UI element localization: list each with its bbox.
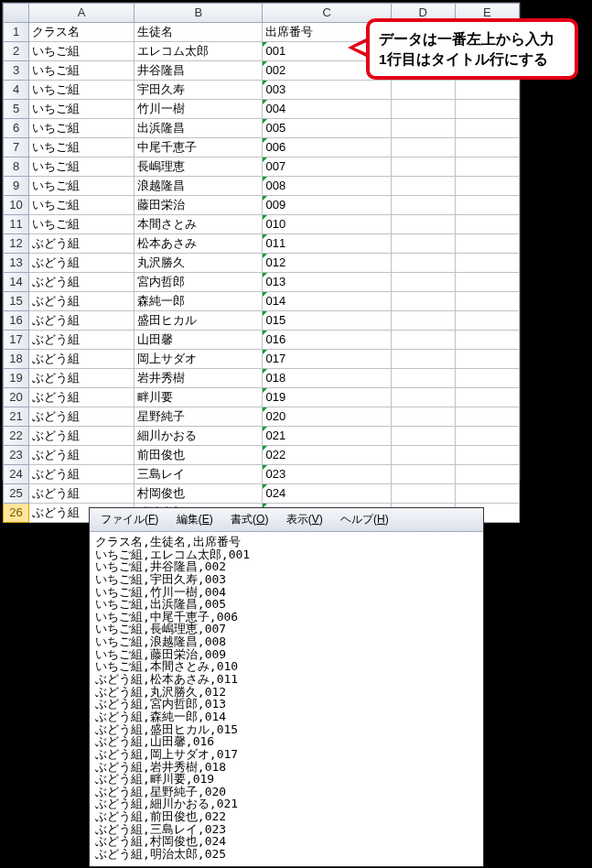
cell[interactable]: ぶどう組 xyxy=(29,273,135,292)
cell[interactable]: 丸沢勝久 xyxy=(135,254,263,273)
cell[interactable] xyxy=(391,388,455,407)
cell[interactable] xyxy=(455,484,519,504)
cell[interactable] xyxy=(455,369,519,388)
row-header[interactable]: 23 xyxy=(4,446,29,465)
cell[interactable]: 008 xyxy=(263,177,391,196)
row-header[interactable]: 3 xyxy=(4,61,29,81)
cell[interactable] xyxy=(391,81,455,100)
col-header-B[interactable]: B xyxy=(135,4,263,23)
spreadsheet[interactable]: A B C D E 1クラス名生徒名出席番号2いちご組エレコム太郎0013いちご… xyxy=(3,3,520,523)
cell[interactable]: 023 xyxy=(263,465,391,484)
cell[interactable] xyxy=(391,369,455,388)
cell[interactable] xyxy=(455,234,519,254)
cell[interactable] xyxy=(455,273,519,292)
cell[interactable] xyxy=(391,100,455,119)
cell[interactable]: エレコム太郎 xyxy=(135,42,263,61)
cell[interactable]: ぶどう組 xyxy=(29,427,135,446)
cell[interactable] xyxy=(391,254,455,273)
cell[interactable]: 森純一郎 xyxy=(135,292,263,311)
row-header[interactable]: 7 xyxy=(4,138,29,157)
cell[interactable]: ぶどう組 xyxy=(29,234,135,254)
cell[interactable] xyxy=(455,388,519,407)
cell[interactable]: 014 xyxy=(263,292,391,311)
cell[interactable]: 011 xyxy=(263,234,391,254)
cell[interactable]: 三島レイ xyxy=(135,465,263,484)
menu-view[interactable]: 表示(V) xyxy=(279,510,330,529)
cell[interactable] xyxy=(455,427,519,446)
cell[interactable] xyxy=(391,196,455,215)
cell[interactable]: ぶどう組 xyxy=(29,369,135,388)
row-header[interactable]: 5 xyxy=(4,100,29,119)
cell[interactable]: いちご組 xyxy=(29,177,135,196)
row-header[interactable]: 25 xyxy=(4,484,29,504)
cell[interactable] xyxy=(455,465,519,484)
cell[interactable]: 長嶋理恵 xyxy=(135,157,263,177)
cell[interactable]: 010 xyxy=(263,215,391,234)
cell[interactable] xyxy=(391,465,455,484)
cell[interactable]: 020 xyxy=(263,407,391,427)
cell[interactable] xyxy=(455,138,519,157)
menu-format[interactable]: 書式(O) xyxy=(223,510,275,529)
row-header[interactable]: 21 xyxy=(4,407,29,427)
cell[interactable]: 024 xyxy=(263,484,391,504)
cell[interactable] xyxy=(455,446,519,465)
cell[interactable]: いちご組 xyxy=(29,61,135,81)
cell[interactable]: 岡上サダオ xyxy=(135,350,263,369)
cell[interactable]: 村岡俊也 xyxy=(135,484,263,504)
cell[interactable]: 017 xyxy=(263,350,391,369)
menu-help[interactable]: ヘルプ(H) xyxy=(333,510,396,529)
cell[interactable] xyxy=(455,177,519,196)
cell[interactable]: 004 xyxy=(263,100,391,119)
cell[interactable] xyxy=(391,119,455,138)
menu-file[interactable]: ファイル(F) xyxy=(93,510,166,529)
cell[interactable]: 山田馨 xyxy=(135,331,263,350)
cell[interactable]: 021 xyxy=(263,427,391,446)
row-header[interactable]: 12 xyxy=(4,234,29,254)
cell[interactable]: 畔川要 xyxy=(135,388,263,407)
row-header[interactable]: 2 xyxy=(4,42,29,61)
cell[interactable] xyxy=(455,196,519,215)
cell[interactable]: 出浜隆昌 xyxy=(135,119,263,138)
cell[interactable] xyxy=(455,215,519,234)
row-header[interactable]: 19 xyxy=(4,369,29,388)
cell[interactable]: 宇田久寿 xyxy=(135,81,263,100)
cell[interactable]: いちご組 xyxy=(29,100,135,119)
cell[interactable]: 浪越隆昌 xyxy=(135,177,263,196)
cell[interactable]: 018 xyxy=(263,369,391,388)
cell[interactable]: 019 xyxy=(263,388,391,407)
cell[interactable] xyxy=(391,138,455,157)
cell[interactable] xyxy=(391,446,455,465)
cell[interactable] xyxy=(455,292,519,311)
row-header[interactable]: 1 xyxy=(4,23,29,42)
cell[interactable] xyxy=(455,350,519,369)
row-header[interactable]: 24 xyxy=(4,465,29,484)
row-header[interactable]: 11 xyxy=(4,215,29,234)
cell[interactable]: 前田俊也 xyxy=(135,446,263,465)
cell[interactable]: 007 xyxy=(263,157,391,177)
row-header[interactable]: 8 xyxy=(4,157,29,177)
cell[interactable]: 013 xyxy=(263,273,391,292)
row-header[interactable]: 22 xyxy=(4,427,29,446)
cell[interactable]: 012 xyxy=(263,254,391,273)
cell[interactable] xyxy=(455,100,519,119)
cell[interactable] xyxy=(391,350,455,369)
cell[interactable]: いちご組 xyxy=(29,81,135,100)
cell[interactable]: 松本あさみ xyxy=(135,234,263,254)
cell[interactable] xyxy=(391,427,455,446)
cell[interactable]: いちご組 xyxy=(29,196,135,215)
cell[interactable] xyxy=(455,81,519,100)
cell[interactable] xyxy=(455,311,519,331)
cell[interactable]: ぶどう組 xyxy=(29,254,135,273)
cell[interactable]: 藤田栄治 xyxy=(135,196,263,215)
menu-edit[interactable]: 編集(E) xyxy=(169,510,221,529)
cell[interactable]: いちご組 xyxy=(29,119,135,138)
row-header[interactable]: 6 xyxy=(4,119,29,138)
row-header[interactable]: 17 xyxy=(4,331,29,350)
row-header[interactable]: 15 xyxy=(4,292,29,311)
cell[interactable] xyxy=(391,484,455,504)
cell[interactable]: いちご組 xyxy=(29,157,135,177)
cell[interactable]: ぶどう組 xyxy=(29,350,135,369)
cell[interactable]: 009 xyxy=(263,196,391,215)
col-header-A[interactable]: A xyxy=(29,4,135,23)
row-header[interactable]: 10 xyxy=(4,196,29,215)
